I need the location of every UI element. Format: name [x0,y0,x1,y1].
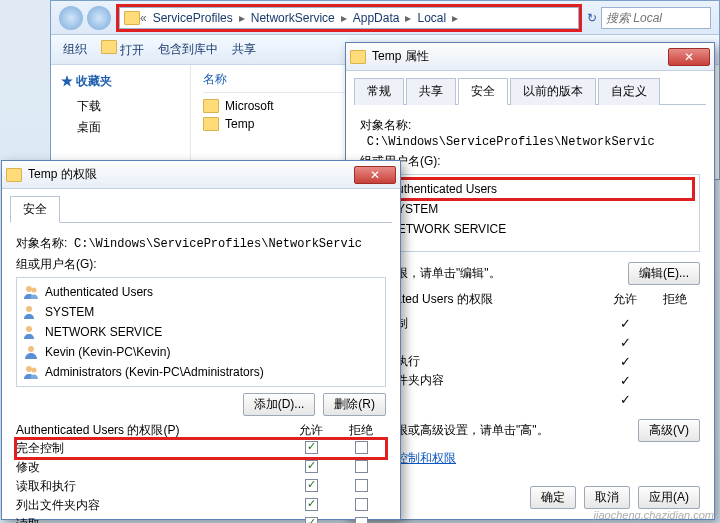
folder-icon [6,168,22,182]
perm-read: 读取✓ [360,390,700,409]
user-authenticated[interactable]: Authenticated Users [367,179,693,199]
address-bar: « ServiceProfiles▸ NetworkService▸ AppDa… [51,1,719,35]
svg-point-5 [32,288,37,293]
allow-checkbox[interactable] [305,479,318,492]
object-label: 对象名称: [16,235,67,252]
object-value: C:\Windows\ServiceProfiles\NetworkServic [367,135,655,149]
object-label: 对象名称: [360,117,411,134]
group-label: 组或用户名(G): [16,256,386,273]
tab-general[interactable]: 常规 [354,78,404,105]
deny-checkbox[interactable] [355,479,368,492]
perm-exec: 读取和执行✓ [360,352,700,371]
user-system[interactable]: SYSTEM [367,199,693,219]
svg-point-10 [32,368,37,373]
perm-row: 完全控制 [16,439,386,458]
tab-strip: 安全 [10,195,392,223]
tab-security[interactable]: 安全 [458,78,508,105]
breadcrumb[interactable]: « ServiceProfiles▸ NetworkService▸ AppDa… [119,7,579,29]
back-button[interactable] [59,6,83,30]
watermark: jiaocheng.chazidian.com [594,509,714,521]
crumb-1[interactable]: NetworkService [245,11,341,25]
close-button[interactable]: ✕ [354,166,396,184]
folder-icon [203,117,219,131]
toolbar-open[interactable]: 打开 [101,40,144,59]
cancel-button[interactable]: 取消 [584,486,630,509]
user-network-service[interactable]: NETWORK SERVICE [23,322,379,342]
forward-button[interactable] [87,6,111,30]
allow-checkbox[interactable] [305,441,318,454]
folder-icon [350,50,366,64]
deny-checkbox[interactable] [355,498,368,511]
deny-checkbox[interactable] [355,517,368,524]
svg-point-7 [26,326,32,332]
allow-checkbox[interactable] [305,498,318,511]
perms-for-label: Authenticated Users 的权限(P) [16,422,286,439]
user-network-service[interactable]: NETWORK SERVICE [367,219,693,239]
perm-row: 列出文件夹内容 [16,496,386,515]
perm-row: 读取和执行 [16,477,386,496]
perm-modify: 修改✓ [360,333,700,352]
advanced-button[interactable]: 高级(V) [638,419,700,442]
crumb-3[interactable]: Local [411,11,452,25]
users-icon [23,304,39,320]
tab-previous[interactable]: 以前的版本 [510,78,596,105]
crumb-2[interactable]: AppData [347,11,406,25]
toolbar-share[interactable]: 共享 [232,41,256,58]
dialog-buttons: 确定 取消 应用(A) [530,486,700,509]
perm-row: 读取 [16,515,386,523]
folder-icon [203,99,219,113]
perm-full: 完全控制✓ [360,314,700,333]
perm-list: 完全控制✓ 修改✓ 读取和执行✓ 列出文件夹内容✓ 读取✓ [360,312,700,411]
users-list[interactable]: Authenticated Users SYSTEM NETWORK SERVI… [360,174,700,252]
svg-point-8 [28,346,34,352]
dialog-titlebar[interactable]: Temp 属性 ✕ [346,43,714,71]
user-system[interactable]: SYSTEM [23,302,379,322]
edit-button[interactable]: 编辑(E)... [628,262,700,285]
user-kevin[interactable]: Kevin (Kevin-PC\Kevin) [23,342,379,362]
favorites-header: ★ 收藏夹 [61,73,180,90]
deny-checkbox[interactable] [355,460,368,473]
remove-button[interactable]: 删除(R) [323,393,386,416]
user-administrators[interactable]: Administrators (Kevin-PC\Administrators) [23,362,379,382]
users-list[interactable]: Authenticated Users SYSTEM NETWORK SERVI… [16,277,386,387]
crumb-0[interactable]: ServiceProfiles [147,11,239,25]
dialog-titlebar[interactable]: Temp 的权限 ✕ [2,161,400,189]
toolbar-include[interactable]: 包含到库中 [158,41,218,58]
svg-point-4 [26,286,32,292]
nav-desktop[interactable]: 桌面 [61,117,180,138]
perm-list: 列出文件夹内容✓ [360,371,700,390]
allow-checkbox[interactable] [305,460,318,473]
group-label: 组或用户名(G): [360,153,700,170]
permissions-dialog: Temp 的权限 ✕ 安全 对象名称: C:\Windows\ServicePr… [1,160,401,520]
add-button[interactable]: 添加(D)... [243,393,316,416]
toolbar-organize[interactable]: 组织 [63,41,87,58]
dialog-title: Temp 属性 [366,48,668,65]
perm-row: 修改 [16,458,386,477]
user-authenticated[interactable]: Authenticated Users [23,282,379,302]
folder-icon [124,11,140,25]
perm-list: 完全控制修改读取和执行列出文件夹内容读取 [16,439,386,523]
dialog-title: Temp 的权限 [22,166,354,183]
allow-checkbox[interactable] [305,517,318,524]
object-value: C:\Windows\ServiceProfiles\NetworkServic [74,237,362,251]
tab-strip: 常规 共享 安全 以前的版本 自定义 [354,77,706,105]
refresh-icon[interactable]: ↻ [587,11,597,25]
users-icon [23,364,39,380]
nav-pane: ★ 收藏夹 下载 桌面 [51,65,191,175]
allow-header: 允许 [286,422,336,439]
apply-button[interactable]: 应用(A) [638,486,700,509]
ok-button[interactable]: 确定 [530,486,576,509]
nav-downloads[interactable]: 下载 [61,96,180,117]
deny-checkbox[interactable] [355,441,368,454]
deny-header: 拒绝 [650,291,700,308]
adv-hint: 特殊权限或高级设置，请单击"高"。 [360,422,638,439]
svg-point-6 [26,306,32,312]
search-input[interactable] [601,7,711,29]
tab-sharing[interactable]: 共享 [406,78,456,105]
close-button[interactable]: ✕ [668,48,710,66]
deny-header: 拒绝 [336,422,386,439]
allow-header: 允许 [600,291,650,308]
users-icon [23,284,39,300]
tab-custom[interactable]: 自定义 [598,78,660,105]
tab-security[interactable]: 安全 [10,196,60,223]
